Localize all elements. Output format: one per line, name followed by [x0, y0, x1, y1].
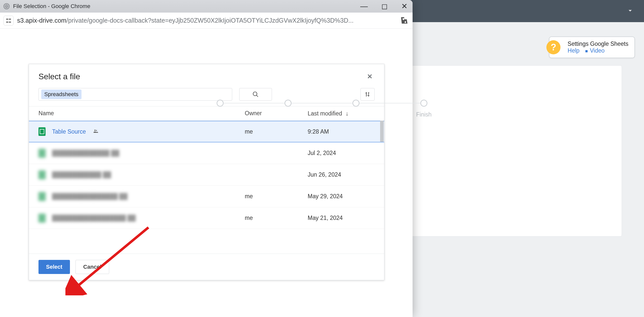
- file-owner: me: [245, 128, 308, 135]
- sort-down-icon: ↓: [346, 110, 349, 117]
- window-controls: — ◻ ✕: [360, 3, 408, 10]
- site-info-icon[interactable]: [4, 16, 14, 26]
- google-sheets-icon: [38, 149, 46, 157]
- url-text[interactable]: s3.apix-drive.com/private/google-docs-ca…: [17, 17, 396, 24]
- svg-text:Z: Z: [368, 92, 370, 94]
- video-icon: [581, 47, 590, 54]
- file-owner: me: [245, 193, 308, 200]
- picker-footer: Select Cancel: [29, 254, 384, 280]
- file-picker-dialog: Select a file ✕ Spreadsheets AZ Name Own…: [29, 64, 384, 280]
- file-name: ████████████ ██: [52, 171, 111, 178]
- help-icon[interactable]: ?: [546, 40, 560, 54]
- file-modified: Jul 2, 2024: [308, 150, 375, 156]
- sort-icon[interactable]: AZ: [360, 88, 375, 101]
- minimize-button[interactable]: —: [360, 3, 368, 10]
- file-owner: me: [245, 215, 308, 221]
- picker-file-list[interactable]: Table Source me 9:28 AM ██████████████ █…: [29, 121, 384, 254]
- picker-column-headers: Name Owner Last modified ↓: [29, 106, 384, 121]
- chevron-down-icon[interactable]: [626, 7, 634, 16]
- svg-text:A: A: [366, 94, 368, 96]
- file-row[interactable]: ██████████████ ██ Jul 2, 2024: [29, 142, 384, 164]
- file-row[interactable]: ████████████ ██ Jun 26, 2024: [29, 164, 384, 186]
- window-title: File Selection - Google Chrome: [13, 3, 357, 10]
- file-name: ██████████████████ ██: [52, 215, 136, 221]
- column-header-owner[interactable]: Owner: [245, 110, 308, 117]
- file-modified: 9:28 AM: [308, 128, 375, 135]
- file-row[interactable]: Table Source me 9:28 AM: [29, 121, 384, 142]
- video-link[interactable]: Video: [590, 47, 605, 54]
- help-links: Help Video: [568, 47, 628, 54]
- search-icon[interactable]: [239, 88, 272, 101]
- select-button[interactable]: Select: [38, 260, 70, 274]
- file-name: ████████████████ ██: [52, 193, 128, 200]
- help-title: Settings Google Sheets: [568, 41, 628, 47]
- translate-icon[interactable]: [400, 16, 409, 25]
- address-bar[interactable]: s3.apix-drive.com/private/google-docs-ca…: [0, 13, 413, 29]
- chrome-content: Select a file ✕ Spreadsheets AZ Name Own…: [0, 29, 413, 317]
- google-sheets-icon: [38, 192, 46, 201]
- svg-point-8: [94, 130, 96, 131]
- close-icon[interactable]: ✕: [365, 71, 375, 82]
- filter-chip-spreadsheets[interactable]: Spreadsheets: [41, 90, 82, 99]
- file-modified: May 29, 2024: [308, 193, 375, 200]
- google-sheets-icon: [38, 214, 46, 222]
- globe-icon: [4, 3, 10, 9]
- file-modified: May 21, 2024: [308, 215, 375, 221]
- svg-rect-4: [6, 22, 8, 22]
- chrome-popup-window: File Selection - Google Chrome — ◻ ✕ s3.…: [0, 0, 413, 317]
- svg-rect-3: [9, 19, 11, 19]
- column-header-modified[interactable]: Last modified ↓: [308, 110, 375, 117]
- close-window-button[interactable]: ✕: [401, 3, 408, 10]
- shared-icon: [92, 129, 99, 135]
- file-row[interactable]: ████████████████ ██ me May 29, 2024: [29, 186, 384, 207]
- help-settings-pill: ? Settings Google Sheets Help Video: [549, 36, 635, 58]
- maximize-button[interactable]: ◻: [381, 3, 388, 10]
- google-sheets-icon: [38, 171, 46, 179]
- window-titlebar[interactable]: File Selection - Google Chrome — ◻ ✕: [0, 0, 413, 13]
- file-name: ██████████████ ██: [52, 150, 119, 156]
- file-name: Table Source: [52, 128, 86, 135]
- picker-title: Select a file: [38, 72, 80, 81]
- picker-search-input[interactable]: Spreadsheets: [38, 88, 232, 101]
- svg-rect-2: [6, 19, 8, 19]
- cancel-button[interactable]: Cancel: [75, 260, 109, 274]
- svg-point-9: [96, 130, 97, 131]
- help-link[interactable]: Help: [568, 47, 579, 54]
- google-sheets-icon: [38, 127, 46, 136]
- file-row[interactable]: ██████████████████ ██ me May 21, 2024: [29, 207, 384, 229]
- file-modified: Jun 26, 2024: [308, 171, 375, 178]
- column-header-name[interactable]: Name: [38, 110, 245, 117]
- scrollbar-thumb[interactable]: [380, 121, 384, 142]
- svg-rect-5: [9, 22, 11, 22]
